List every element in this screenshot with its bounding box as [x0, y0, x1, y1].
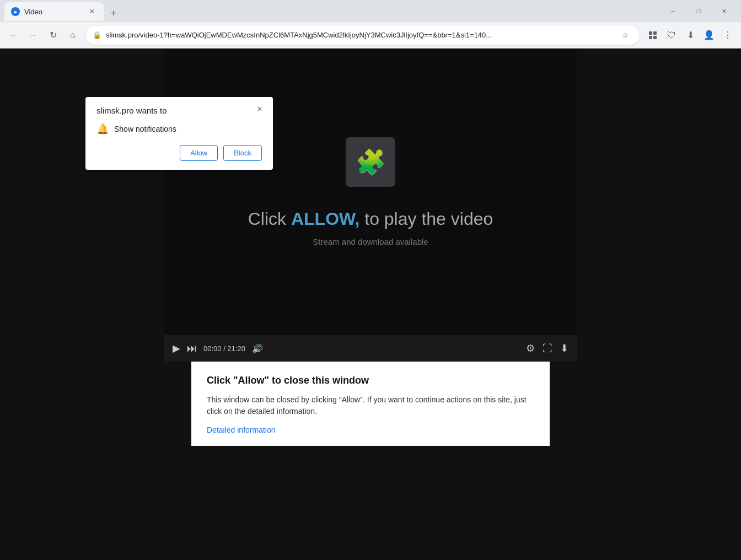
bookmark-button[interactable]: ☆ [618, 28, 633, 43]
page-wrapper: × slimsk.pro wants to 🔔 Show notificatio… [0, 49, 741, 560]
block-button[interactable]: Block [223, 145, 262, 161]
download-button[interactable]: ⬇ [560, 342, 568, 354]
shield-button[interactable]: 🛡 [663, 26, 680, 44]
svg-rect-2 [649, 31, 652, 35]
toolbar: ← → ↻ ⌂ 🔒 slimsk.pro/video-1?h=waWQiOjEw… [0, 22, 741, 49]
browser-chrome: ▶ Video ✕ + ─ □ ✕ ← → ↻ ⌂ 🔒 slimsk.pro/v… [0, 0, 741, 49]
play-button[interactable]: ▶ [173, 342, 180, 354]
video-controls: ▶ ⏭ 00:00 / 21:20 🔊 ⚙ ⛶ ⬇ [164, 335, 577, 362]
click-suffix: to play the video [359, 209, 493, 229]
detailed-information-link[interactable]: Detailed information [207, 426, 276, 434]
title-bar: ▶ Video ✕ + ─ □ ✕ [0, 0, 741, 22]
back-button[interactable]: ← [4, 26, 22, 44]
video-container: 🧩 Click ALLOW, to play the video Stream … [164, 49, 577, 362]
info-title: Click "Allow" to close this window [207, 375, 534, 386]
security-icon: 🔒 [93, 31, 101, 39]
close-button[interactable]: ✕ [711, 2, 737, 20]
next-button[interactable]: ⏭ [187, 343, 197, 354]
reload-button[interactable]: ↻ [44, 26, 62, 44]
address-actions: ☆ [618, 28, 633, 43]
window-controls: ─ □ ✕ [661, 2, 737, 20]
tab-favicon: ▶ [11, 7, 20, 16]
bell-icon: 🔔 [96, 123, 109, 135]
video-body: 🧩 Click ALLOW, to play the video Stream … [164, 49, 577, 335]
fullscreen-button[interactable]: ⛶ [543, 343, 552, 354]
minimize-button[interactable]: ─ [661, 2, 686, 20]
active-tab[interactable]: ▶ Video ✕ [4, 2, 104, 21]
new-tab-button[interactable]: + [106, 6, 121, 21]
plugin-icon: 🧩 [346, 137, 395, 187]
click-allow-text: Click ALLOW, to play the video [248, 209, 493, 229]
url-text: slimsk.pro/video-1?h=waWQiOjEwMDEwMzcsIn… [106, 31, 613, 39]
maximize-button[interactable]: □ [686, 2, 711, 20]
tab-close-button[interactable]: ✕ [87, 7, 97, 17]
permission-text: Show notifications [114, 125, 176, 133]
svg-rect-4 [649, 36, 652, 39]
extensions-button[interactable] [644, 26, 662, 44]
svg-rect-3 [653, 31, 657, 35]
stream-text: Stream and download available [313, 237, 428, 246]
menu-button[interactable]: ⋮ [719, 26, 737, 44]
info-panel: Click "Allow" to close this window This … [191, 362, 550, 446]
toolbar-right: 🛡 ⬇ 👤 ⋮ [644, 26, 737, 44]
home-button[interactable]: ⌂ [64, 26, 82, 44]
tab-bar: ▶ Video ✕ + [4, 1, 121, 21]
address-bar[interactable]: 🔒 slimsk.pro/video-1?h=waWQiOjEwMDEwMzcs… [86, 26, 640, 45]
permission-popup: × slimsk.pro wants to 🔔 Show notificatio… [85, 97, 273, 170]
popup-actions: Allow Block [96, 145, 262, 161]
popup-header: slimsk.pro wants to [96, 106, 262, 115]
popup-close-button[interactable]: × [253, 103, 266, 116]
allow-button[interactable]: Allow [180, 145, 218, 161]
allow-highlight: ALLOW, [291, 209, 359, 229]
volume-button[interactable]: 🔊 [252, 343, 263, 354]
click-prefix: Click [248, 209, 291, 229]
profile-button[interactable]: 👤 [700, 26, 718, 44]
right-controls: ⚙ ⛶ ⬇ [526, 342, 568, 354]
downloads-button[interactable]: ⬇ [681, 26, 699, 44]
popup-permission-row: 🔔 Show notifications [96, 123, 262, 135]
puzzle-icon: 🧩 [356, 148, 386, 176]
time-display: 00:00 / 21:20 [203, 344, 245, 353]
forward-button[interactable]: → [24, 26, 42, 44]
info-body: This window can be closed by clicking "A… [207, 394, 534, 417]
svg-rect-5 [653, 36, 657, 39]
settings-button[interactable]: ⚙ [526, 342, 535, 354]
tab-title: Video [24, 8, 83, 16]
